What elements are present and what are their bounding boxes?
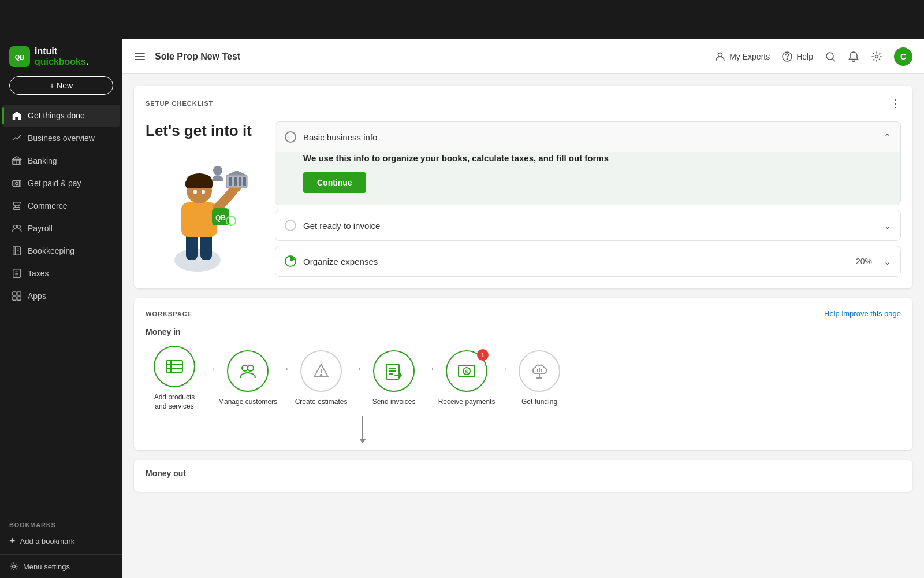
top-bar bbox=[0, 0, 924, 39]
my-experts-button[interactable]: My Experts bbox=[714, 51, 770, 62]
search-button[interactable] bbox=[825, 51, 836, 62]
sidebar-item-apps[interactable]: Apps bbox=[2, 285, 120, 307]
people-icon bbox=[12, 223, 22, 234]
workflow-label: Manage customers bbox=[218, 398, 277, 407]
book-icon bbox=[12, 246, 22, 256]
home-icon bbox=[12, 110, 22, 121]
checklist-item-basic-info: Basic business info ⌃ We use this info t… bbox=[275, 121, 901, 205]
add-bookmark-button[interactable]: + Add a bookmark bbox=[9, 533, 113, 550]
workflow-item-add-products[interactable]: Add products and services bbox=[146, 346, 203, 411]
svg-point-8 bbox=[16, 182, 18, 185]
quickbooks-logo-icon: QB bbox=[9, 46, 30, 67]
new-button[interactable]: + New bbox=[9, 76, 113, 95]
svg-rect-11 bbox=[14, 208, 20, 210]
funding-icon bbox=[529, 361, 550, 381]
workflow-circle bbox=[373, 350, 415, 392]
checklist-item-invoice: Get ready to invoice ⌄ bbox=[275, 210, 901, 241]
arrow-icon: → bbox=[352, 363, 363, 375]
checklist-item-expenses-header[interactable]: Organize expenses 20% ⌄ bbox=[275, 246, 900, 276]
sidebar-item-banking[interactable]: Banking bbox=[2, 150, 120, 172]
workflow-item-get-funding[interactable]: Get funding bbox=[511, 350, 568, 407]
page-title: Sole Prop New Test bbox=[155, 51, 705, 62]
gear-icon bbox=[9, 562, 18, 571]
checklist-item-basic-info-header[interactable]: Basic business info ⌃ bbox=[275, 122, 900, 152]
svg-point-35 bbox=[826, 53, 833, 60]
svg-rect-41 bbox=[181, 202, 217, 237]
hamburger-icon[interactable] bbox=[134, 51, 146, 62]
sidebar-item-get-things-done[interactable]: Get things done bbox=[2, 105, 120, 127]
svg-rect-26 bbox=[13, 297, 16, 300]
menu-settings-button[interactable]: Menu settings bbox=[0, 554, 122, 578]
dollar-icon bbox=[12, 178, 22, 188]
notification-badge: 1 bbox=[477, 349, 489, 361]
settings-button[interactable] bbox=[871, 51, 882, 62]
illustration-svg: QB bbox=[151, 156, 255, 272]
svg-rect-51 bbox=[239, 177, 241, 186]
products-icon bbox=[164, 356, 185, 377]
setup-checklist-label: SETUP CHECKLIST bbox=[146, 100, 213, 107]
workflow-label: Add products and services bbox=[154, 393, 195, 411]
workflow-circle: $ 1 bbox=[446, 350, 487, 392]
workflow-circle bbox=[300, 350, 342, 392]
nav-label: Apps bbox=[28, 291, 46, 301]
workflow-item-create-estimates[interactable]: Create estimates bbox=[292, 350, 350, 407]
nav-label: Payroll bbox=[28, 224, 53, 233]
bookmarks-title: BOOKMARKS bbox=[9, 521, 113, 528]
workflow-item-manage-customers[interactable]: Manage customers bbox=[218, 350, 277, 407]
svg-point-62 bbox=[248, 365, 254, 371]
vertical-arrow-area bbox=[146, 411, 901, 439]
svg-point-14 bbox=[14, 225, 17, 228]
add-bookmark-label: Add a bookmark bbox=[20, 537, 75, 546]
sidebar-item-payroll[interactable]: Payroll bbox=[2, 217, 120, 239]
workflow-circle bbox=[154, 346, 195, 387]
chart-icon bbox=[12, 133, 22, 143]
svg-point-34 bbox=[787, 58, 788, 60]
workspace-card: WORKSPACE Help improve this page Money i… bbox=[134, 298, 912, 450]
checklist-item-invoice-header[interactable]: Get ready to invoice ⌄ bbox=[275, 210, 900, 240]
checklist-item-title: Get ready to invoice bbox=[303, 221, 877, 231]
workspace-label: WORKSPACE bbox=[146, 310, 192, 317]
nav-label: Banking bbox=[28, 156, 57, 165]
nav-items: Get things done Business overview Bankin… bbox=[0, 104, 122, 512]
nav-label: Bookkeeping bbox=[28, 246, 74, 255]
workflow-items: Add products and services → bbox=[146, 346, 901, 411]
help-button[interactable]: Help bbox=[781, 51, 813, 62]
logo-text: intuit quickbooks. bbox=[35, 46, 113, 67]
svg-text:QB: QB bbox=[215, 214, 226, 222]
sidebar-item-get-paid-pay[interactable]: Get paid & pay bbox=[2, 172, 120, 194]
checklist-item-expenses: Organize expenses 20% ⌄ bbox=[275, 246, 901, 277]
svg-point-44 bbox=[193, 190, 197, 194]
continue-button[interactable]: Continue bbox=[303, 172, 366, 193]
svg-point-28 bbox=[13, 565, 16, 568]
sidebar-item-commerce[interactable]: Commerce bbox=[2, 195, 120, 217]
checklist-item-body: We use this info to organize your books,… bbox=[275, 152, 900, 205]
svg-rect-25 bbox=[17, 292, 21, 295]
workflow-item-send-invoices[interactable]: Send invoices bbox=[365, 350, 423, 407]
money-in-title: Money in bbox=[146, 327, 901, 336]
settings-icon bbox=[871, 51, 882, 62]
svg-rect-57 bbox=[166, 361, 182, 372]
checklist-pct: 20% bbox=[856, 257, 872, 266]
workflow-item-receive-payments[interactable]: $ 1 Receive payments bbox=[438, 350, 495, 407]
arrow-icon: → bbox=[425, 363, 435, 375]
help-improve-link[interactable]: Help improve this page bbox=[824, 309, 901, 318]
estimates-icon bbox=[311, 361, 331, 381]
svg-marker-3 bbox=[13, 157, 21, 160]
nav-label: Get things done bbox=[28, 111, 85, 120]
checklist-body-text: We use this info to organize your books,… bbox=[303, 152, 891, 164]
arrow-icon: → bbox=[206, 363, 216, 375]
my-experts-label: My Experts bbox=[729, 52, 770, 61]
money-out-title: Money out bbox=[146, 469, 901, 478]
checklist-item-title: Basic business info bbox=[303, 132, 877, 142]
sidebar-item-bookkeeping[interactable]: Bookkeeping bbox=[2, 240, 120, 262]
sidebar-item-taxes[interactable]: Taxes bbox=[2, 262, 120, 284]
notifications-button[interactable] bbox=[848, 51, 859, 62]
header-actions: My Experts Help bbox=[714, 47, 912, 66]
svg-rect-50 bbox=[234, 177, 237, 186]
sidebar-item-business-overview[interactable]: Business overview bbox=[2, 127, 120, 149]
setup-checklist-menu-button[interactable]: ⋮ bbox=[891, 97, 901, 110]
payments-icon: $ bbox=[456, 361, 477, 381]
svg-point-65 bbox=[321, 375, 322, 376]
svg-point-61 bbox=[242, 365, 248, 371]
user-avatar[interactable]: C bbox=[894, 47, 912, 66]
